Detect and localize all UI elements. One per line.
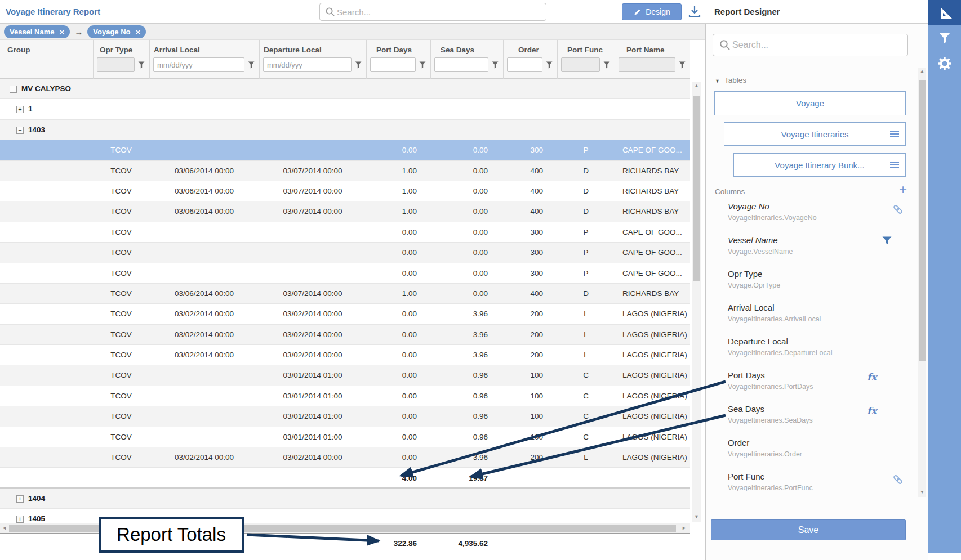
grid-data-row[interactable]: TCOV03/06/2014 00:0003/07/2014 00:001.00… [0,181,690,201]
filter-funnel-order[interactable] [546,61,553,68]
filter-funnel-icon[interactable] [419,61,426,69]
filter-funnel-seaDays[interactable] [492,61,499,68]
filter-tool[interactable] [928,25,961,51]
design-ruler-tool[interactable] [928,0,961,25]
save-button[interactable]: Save [711,519,906,540]
designer-column-item[interactable]: OrderVoyageItineraries.Order [728,438,897,469]
filter-input-arrival[interactable] [153,57,244,72]
filter-input-departure[interactable] [263,57,352,72]
designer-column-item[interactable]: Departure LocalVoyageItineraries.Departu… [728,337,897,368]
designer-scroll-thumb[interactable] [919,80,926,361]
filter-icon[interactable] [882,236,892,245]
grid-data-row[interactable]: TCOV0.000.00300PCAPE OF GOO... [0,263,690,284]
scroll-down-icon[interactable]: ▼ [694,514,699,519]
drag-handle-icon[interactable] [889,130,900,138]
grid-subtotal-row[interactable]: 4.0019.67 [0,468,690,488]
designer-column-item[interactable]: Opr TypeVoyage.OprType [728,269,897,301]
design-button[interactable]: Design [622,3,682,20]
grid-data-row[interactable]: TCOV03/06/2014 00:0003/07/2014 00:001.00… [0,284,690,304]
column-header-seaDays[interactable]: Sea Days [441,46,474,54]
column-header-group[interactable]: Group [7,46,30,54]
remove-chip-icon[interactable]: × [60,28,65,36]
grid-data-row[interactable]: TCOV03/01/2014 01:000.000.96100CLAGOS (N… [0,386,690,406]
filter-input-portName[interactable] [619,57,675,72]
expand-icon[interactable]: + [16,495,24,503]
filter-input-order[interactable] [507,57,542,72]
add-column-icon[interactable]: + [899,184,907,195]
grid-data-row[interactable]: TCOV0.000.00300PCAPE OF GOO... [0,140,690,160]
link-icon[interactable] [891,203,905,216]
scroll-down-icon[interactable]: ▼ [920,490,924,495]
vertical-scrollbar[interactable]: ▲ ▼ [692,82,701,522]
collapse-icon[interactable]: − [10,86,17,93]
scroll-up-icon[interactable]: ▲ [920,69,924,74]
grid-group-row[interactable]: −1403 [0,120,690,140]
column-header-departure[interactable]: Departure Local [264,46,322,54]
scroll-right-icon[interactable]: ► [682,525,687,531]
table-button-voyage-itineraries[interactable]: Voyage Itineraries [724,122,906,146]
grid-search-box[interactable] [319,3,546,21]
column-header-arrival[interactable]: Arrival Local [154,46,200,54]
filter-funnel-opr[interactable] [138,61,145,68]
designer-search-input[interactable] [731,39,902,51]
filter-input-portDays[interactable] [370,57,416,72]
remove-chip-icon[interactable]: × [136,28,141,36]
filter-input-opr[interactable] [97,57,135,72]
grid-data-row[interactable]: TCOV03/02/2014 00:0003/02/2014 00:000.00… [0,345,690,365]
scroll-up-icon[interactable]: ▲ [694,83,699,88]
filter-input-portFunc[interactable] [561,57,600,72]
scroll-left-icon[interactable]: ◄ [2,525,7,531]
designer-column-item[interactable]: Vessel NameVoyage.VesselName [728,235,897,267]
grid-data-row[interactable]: TCOV0.000.00300PCAPE OF GOO... [0,243,690,263]
column-header-opr[interactable]: Opr Type [100,46,132,54]
filter-funnel-icon[interactable] [138,61,145,69]
fx-formula-icon[interactable]: fx [867,405,877,416]
table-button-voyage[interactable]: Voyage [714,91,906,115]
filter-funnel-portName[interactable] [679,61,686,68]
table-button-voyage-itinerary-bunk-[interactable]: Voyage Itinerary Bunk... [733,153,906,177]
collapse-triangle-icon[interactable]: ▼ [715,78,720,84]
grid-data-row[interactable]: TCOV03/02/2014 00:0003/02/2014 00:000.00… [0,304,690,324]
download-icon[interactable] [687,5,702,19]
group-chip-vessel-name[interactable]: Vessel Name × [4,25,70,38]
designer-search-box[interactable] [713,34,908,56]
grid-data-row[interactable]: TCOV0.000.00300PCAPE OF GOO... [0,222,690,243]
grid-data-row[interactable]: TCOV03/01/2014 01:000.000.96100CLAGOS (N… [0,365,690,386]
grid-data-row[interactable]: TCOV03/02/2014 00:0003/02/2014 00:000.00… [0,447,690,468]
group-chip-voyage-no[interactable]: Voyage No × [87,25,146,38]
grid-group-row[interactable]: +1 [0,99,690,119]
filter-funnel-departure[interactable] [355,61,362,68]
column-header-portFunc[interactable]: Port Func [567,46,603,54]
filter-funnel-arrival[interactable] [248,61,255,68]
grid-data-row[interactable]: TCOV03/02/2014 00:0003/02/2014 00:000.00… [0,325,690,345]
grid-group-row[interactable]: +1404 [0,489,690,509]
filter-funnel-icon[interactable] [492,61,499,69]
designer-column-item[interactable]: Port FuncVoyageItineraries.PortFunc [728,472,897,491]
filter-input-seaDays[interactable] [434,57,488,72]
fx-formula-icon[interactable]: fx [867,371,877,383]
settings-tool[interactable] [928,51,961,76]
filter-funnel-portDays[interactable] [419,61,426,68]
collapse-icon[interactable]: − [16,127,24,134]
designer-scrollbar[interactable]: ▲ ▼ [918,68,926,497]
grid-search-input[interactable] [336,7,541,17]
expand-icon[interactable]: + [16,516,24,523]
filter-funnel-icon[interactable] [355,61,362,69]
filter-funnel-icon[interactable] [679,61,686,69]
link-icon[interactable] [891,473,905,486]
filter-funnel-icon[interactable] [546,61,553,69]
designer-column-item[interactable]: Arrival LocalVoyageItineraries.ArrivalLo… [728,303,897,334]
filter-funnel-icon[interactable] [248,61,255,69]
grid-group-row[interactable]: −MV CALYPSO [0,79,690,99]
grid-data-row[interactable]: TCOV03/06/2014 00:0003/07/2014 00:001.00… [0,161,690,181]
designer-column-item[interactable]: Voyage NoVoyageItineraries.VoyageNo [728,201,897,233]
drag-handle-icon[interactable] [889,161,900,169]
column-header-portDays[interactable]: Port Days [376,46,412,54]
expand-icon[interactable]: + [16,106,24,113]
filter-funnel-icon[interactable] [603,61,610,69]
tables-section-header[interactable]: ▼Tables [715,76,746,84]
grid-data-row[interactable]: TCOV03/01/2014 01:000.000.96100CLAGOS (N… [0,406,690,427]
column-header-order[interactable]: Order [518,46,539,54]
grid-data-row[interactable]: TCOV03/06/2014 00:0003/07/2014 00:001.00… [0,201,690,222]
column-header-portName[interactable]: Port Name [626,46,665,54]
